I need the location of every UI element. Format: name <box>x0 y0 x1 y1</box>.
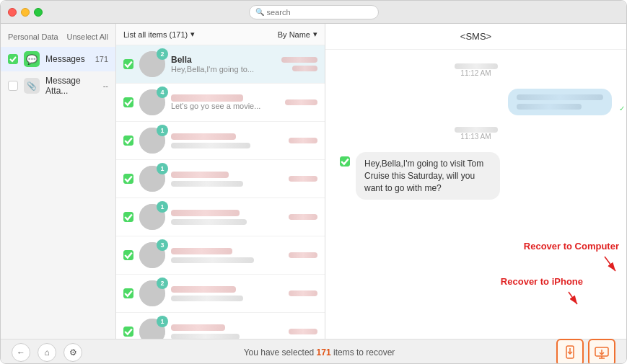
titlebar: 🔍 <box>1 1 626 24</box>
home-button[interactable]: ⌂ <box>38 343 56 362</box>
messages-checkbox[interactable] <box>8 54 18 64</box>
contact-name <box>171 94 279 102</box>
item-checkbox[interactable] <box>123 327 133 337</box>
outgoing-bubble-container: ✓ <box>508 89 612 115</box>
item-checkbox[interactable] <box>123 136 133 146</box>
item-checkbox[interactable] <box>123 59 133 69</box>
messages-label: Messages <box>45 54 89 64</box>
avatar: 4 <box>139 89 165 115</box>
recover-buttons <box>556 339 615 365</box>
check-icon <box>124 289 133 298</box>
incoming-message-row: Hey,Bella,I'm going to visit Tom Cruise … <box>340 152 612 200</box>
attachments-checkbox[interactable] <box>8 81 18 91</box>
list-item[interactable]: 3 <box>116 236 325 275</box>
sort-label: By Name <box>278 30 310 39</box>
search-input[interactable] <box>267 8 372 17</box>
incoming-message-text: Hey,Bella,I'm going to visit Tom Cruise … <box>364 159 483 193</box>
personal-data-label: Personal Data <box>8 32 58 41</box>
minimize-button[interactable] <box>21 8 30 17</box>
back-button[interactable]: ← <box>12 343 30 362</box>
recover-to-iphone-button[interactable] <box>556 339 584 365</box>
unread-badge: 1 <box>157 316 168 327</box>
info-blurred <box>292 66 317 71</box>
unselect-all-button[interactable]: Unselect All <box>67 32 108 41</box>
close-button[interactable] <box>8 8 17 17</box>
bottom-bar: ← ⌂ ⚙ You have selected 171 items to rec… <box>1 339 626 364</box>
check-icon <box>124 251 133 259</box>
message-meta <box>289 329 317 334</box>
message-content: Bella Hey,Bella,I'm going to... <box>171 55 276 74</box>
message-meta <box>281 57 317 71</box>
item-checkbox[interactable] <box>123 288 133 298</box>
list-all-items[interactable]: List all items (171) ▾ <box>123 30 195 39</box>
message-meta <box>289 252 317 258</box>
avatar: 1 <box>139 166 165 192</box>
chat-timestamp-2: 11:13 AM <box>340 127 612 141</box>
bottom-navigation: ← ⌂ ⚙ <box>12 343 82 362</box>
item-checkbox[interactable] <box>123 250 133 260</box>
avatar: 3 <box>139 242 165 268</box>
unread-badge: 2 <box>157 48 168 60</box>
item-checkbox[interactable] <box>123 174 133 184</box>
check-icon <box>124 327 133 336</box>
check-icon <box>124 136 133 145</box>
list-dropdown-icon[interactable]: ▾ <box>190 30 195 39</box>
list-count-label: List all items (171) <box>123 30 188 39</box>
list-item[interactable]: 1 <box>116 160 325 198</box>
list-item[interactable]: 1 <box>116 122 325 160</box>
unread-badge: 1 <box>157 201 168 213</box>
avatar: 1 <box>139 319 165 339</box>
sidebar-item-attachments[interactable]: 📎 Message Atta... -- <box>1 71 115 100</box>
settings-button[interactable]: ⚙ <box>63 343 82 362</box>
message-content <box>171 324 283 339</box>
date-blurred <box>281 57 317 63</box>
main-layout: Personal Data Unselect All 💬 Messages 17… <box>1 24 626 339</box>
outgoing-bubble-blurred <box>508 89 612 115</box>
time-label-2: 11:13 AM <box>460 133 491 141</box>
unread-badge: 4 <box>157 86 168 98</box>
maximize-button[interactable] <box>34 8 43 17</box>
check-icon <box>124 98 133 107</box>
bottom-status: You have selected 171 items to recover <box>82 347 556 358</box>
chat-messages: 11:12 AM ✓ 11:13 AM <box>325 50 626 339</box>
messages-count: 171 <box>95 55 108 63</box>
item-checkbox[interactable] <box>123 212 133 222</box>
message-content <box>171 172 283 187</box>
list-item[interactable]: 2 <box>116 275 325 313</box>
avatar: 2 <box>139 51 165 77</box>
sidebar-header: Personal Data Unselect All <box>1 30 115 44</box>
check-icon <box>124 213 133 221</box>
chat-title: <SMS> <box>325 24 626 50</box>
check-icon <box>124 60 133 68</box>
time-label: 11:12 AM <box>460 69 491 77</box>
check-icon <box>9 56 17 63</box>
unread-badge: 1 <box>157 125 168 136</box>
chat-timestamp-1: 11:12 AM <box>340 63 612 77</box>
message-content <box>171 286 283 301</box>
message-content <box>171 210 283 225</box>
unread-badge: 2 <box>157 278 168 289</box>
message-content <box>171 248 283 263</box>
sort-dropdown-icon[interactable]: ▾ <box>313 30 317 39</box>
list-item[interactable]: 2 Bella Hey,Bella,I'm going to... <box>116 45 325 84</box>
list-item[interactable]: 1 <box>116 313 325 339</box>
computer-recover-icon <box>594 345 610 360</box>
incoming-checkbox[interactable] <box>340 156 350 167</box>
sort-by-name[interactable]: By Name ▾ <box>278 30 317 39</box>
outgoing-bubble <box>508 89 612 115</box>
search-bar[interactable]: 🔍 <box>249 5 379 19</box>
list-item[interactable]: 1 <box>116 198 325 236</box>
message-meta <box>289 176 317 182</box>
check-icon <box>341 157 349 166</box>
sidebar-item-messages[interactable]: 💬 Messages 171 <box>1 47 115 71</box>
incoming-bubble: Hey,Bella,I'm going to visit Tom Cruise … <box>356 152 500 200</box>
list-header: List all items (171) ▾ By Name ▾ <box>116 24 325 45</box>
avatar: 1 <box>139 204 165 230</box>
avatar: 1 <box>139 128 165 154</box>
date-blurred <box>285 99 317 105</box>
recover-to-computer-button[interactable] <box>588 339 615 365</box>
item-checkbox[interactable] <box>123 97 133 107</box>
sidebar: Personal Data Unselect All 💬 Messages 17… <box>1 24 116 339</box>
attachments-count: -- <box>103 81 108 90</box>
list-item[interactable]: 4 Let's go yo see a movie... <box>116 84 325 122</box>
